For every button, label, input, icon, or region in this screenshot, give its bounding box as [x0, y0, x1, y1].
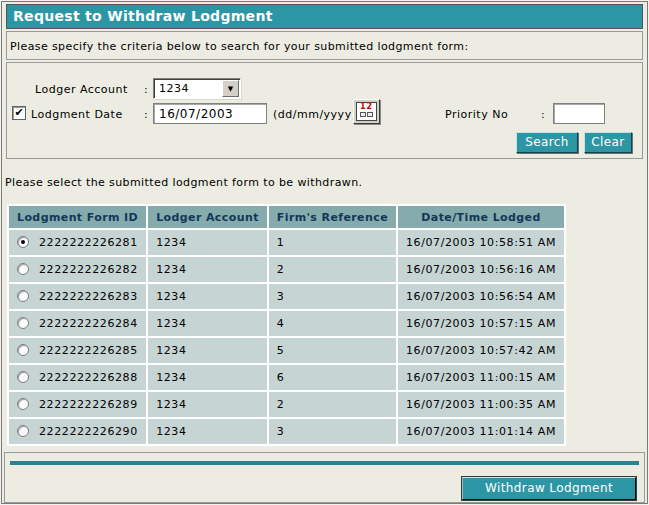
lodger-account-selected-value: 1234 [159, 82, 189, 95]
firms-reference-cell: 1 [269, 230, 396, 255]
table-row: 22222222262901234316/07/2003 11:01:14 AM [9, 419, 564, 444]
firms-reference-cell: 2 [269, 392, 396, 417]
search-button[interactable]: Search [516, 132, 578, 153]
date-time-cell: 16/07/2003 10:56:54 AM [398, 284, 564, 309]
page-title: Request to Withdraw Lodgment [6, 4, 643, 29]
select-form-radio[interactable] [17, 317, 29, 329]
page-frame: Request to Withdraw Lodgment Please spec… [0, 0, 649, 505]
form-id-value: 2222222226283 [39, 290, 138, 303]
form-id-cell: 2222222226290 [9, 419, 146, 444]
select-form-radio[interactable] [17, 398, 29, 410]
chevron-down-icon[interactable]: ▼ [222, 80, 239, 97]
table-row: 22222222262811234116/07/2003 10:58:51 AM [9, 230, 564, 255]
lodgment-date-checkbox[interactable]: ✔ [12, 106, 26, 120]
priority-no-input[interactable] [553, 103, 605, 124]
column-header-form-id: Lodgment Form ID [9, 206, 146, 228]
request-withdraw-lodgment-page: Request to Withdraw Lodgment Please spec… [1, 1, 648, 504]
date-time-cell: 16/07/2003 10:57:15 AM [398, 311, 564, 336]
lodger-account-cell: 1234 [148, 311, 267, 336]
calendar-icon: 12 [356, 102, 377, 121]
clear-button[interactable]: Clear [584, 132, 632, 153]
firms-reference-cell: 6 [269, 365, 396, 390]
table-row: 22222222262881234616/07/2003 11:00:15 AM [9, 365, 564, 390]
lodger-account-select[interactable]: 1234 ▼ [153, 78, 241, 99]
form-id-cell: 2222222226281 [9, 230, 146, 255]
select-form-radio[interactable] [17, 263, 29, 275]
withdraw-lodgment-button[interactable]: Withdraw Lodgment [462, 477, 636, 500]
lodger-account-cell: 1234 [148, 419, 267, 444]
search-criteria-panel: Lodger Account : 1234 ▼ ✔ Lodgment Date … [6, 62, 643, 159]
lodgment-table-body: 22222222262811234116/07/2003 10:58:51 AM… [9, 230, 564, 444]
form-id-value: 2222222226281 [39, 236, 138, 249]
lodger-account-cell: 1234 [148, 257, 267, 282]
calendar-picker-button[interactable]: 12 [353, 99, 380, 124]
select-form-radio[interactable] [17, 371, 29, 383]
date-format-hint: (dd/mm/yyyy) [273, 108, 356, 121]
column-header-lodger-account: Lodger Account [148, 206, 267, 228]
form-id-cell: 2222222226288 [9, 365, 146, 390]
table-row: 22222222262841234416/07/2003 10:57:15 AM [9, 311, 564, 336]
priority-no-label: Priority No [445, 108, 508, 121]
results-instruction: Please select the submitted lodgment for… [5, 176, 362, 189]
form-id-cell: 2222222226284 [9, 311, 146, 336]
footer-panel: Withdraw Lodgment [4, 452, 645, 503]
firms-reference-cell: 5 [269, 338, 396, 363]
column-header-firms-reference: Firm's Reference [269, 206, 396, 228]
lodger-account-colon: : [144, 83, 148, 96]
form-id-value: 2222222226288 [39, 371, 138, 384]
select-form-radio[interactable] [17, 290, 29, 302]
priority-no-colon: : [541, 108, 545, 121]
date-time-cell: 16/07/2003 11:01:14 AM [398, 419, 564, 444]
date-time-cell: 16/07/2003 11:00:35 AM [398, 392, 564, 417]
table-row: 22222222262831234316/07/2003 10:56:54 AM [9, 284, 564, 309]
lodger-account-cell: 1234 [148, 392, 267, 417]
firms-reference-cell: 2 [269, 257, 396, 282]
select-form-radio[interactable] [17, 344, 29, 356]
date-time-cell: 16/07/2003 11:00:15 AM [398, 365, 564, 390]
form-id-cell: 2222222226289 [9, 392, 146, 417]
form-id-value: 2222222226282 [39, 263, 138, 276]
table-header-row: Lodgment Form ID Lodger Account Firm's R… [9, 206, 564, 228]
lodger-account-cell: 1234 [148, 338, 267, 363]
lodger-account-label: Lodger Account [35, 83, 128, 96]
firms-reference-cell: 3 [269, 419, 396, 444]
lodgment-results-table: Lodgment Form ID Lodger Account Firm's R… [7, 204, 566, 446]
lodger-account-cell: 1234 [148, 365, 267, 390]
select-form-radio[interactable] [17, 425, 29, 437]
date-time-cell: 16/07/2003 10:58:51 AM [398, 230, 564, 255]
criteria-instruction: Please specify the criteria below to sea… [6, 31, 643, 60]
footer-divider [10, 461, 639, 465]
firms-reference-cell: 3 [269, 284, 396, 309]
date-time-cell: 16/07/2003 10:57:42 AM [398, 338, 564, 363]
column-header-date-time: Date/Time Lodged [398, 206, 564, 228]
form-id-cell: 2222222226283 [9, 284, 146, 309]
form-id-value: 2222222226284 [39, 317, 138, 330]
lodger-account-cell: 1234 [148, 284, 267, 309]
select-form-radio[interactable] [17, 236, 29, 248]
form-id-value: 2222222226289 [39, 398, 138, 411]
form-id-value: 2222222226290 [39, 425, 138, 438]
form-id-cell: 2222222226285 [9, 338, 146, 363]
lodger-account-cell: 1234 [148, 230, 267, 255]
lodgment-date-colon: : [144, 108, 148, 121]
lodgment-date-input[interactable]: 16/07/2003 [153, 103, 267, 124]
date-time-cell: 16/07/2003 10:56:16 AM [398, 257, 564, 282]
table-row: 22222222262891234216/07/2003 11:00:35 AM [9, 392, 564, 417]
table-row: 22222222262851234516/07/2003 10:57:42 AM [9, 338, 564, 363]
lodgment-date-label: Lodgment Date [31, 108, 123, 121]
form-id-value: 2222222226285 [39, 344, 138, 357]
firms-reference-cell: 4 [269, 311, 396, 336]
table-row: 22222222262821234216/07/2003 10:56:16 AM [9, 257, 564, 282]
form-id-cell: 2222222226282 [9, 257, 146, 282]
